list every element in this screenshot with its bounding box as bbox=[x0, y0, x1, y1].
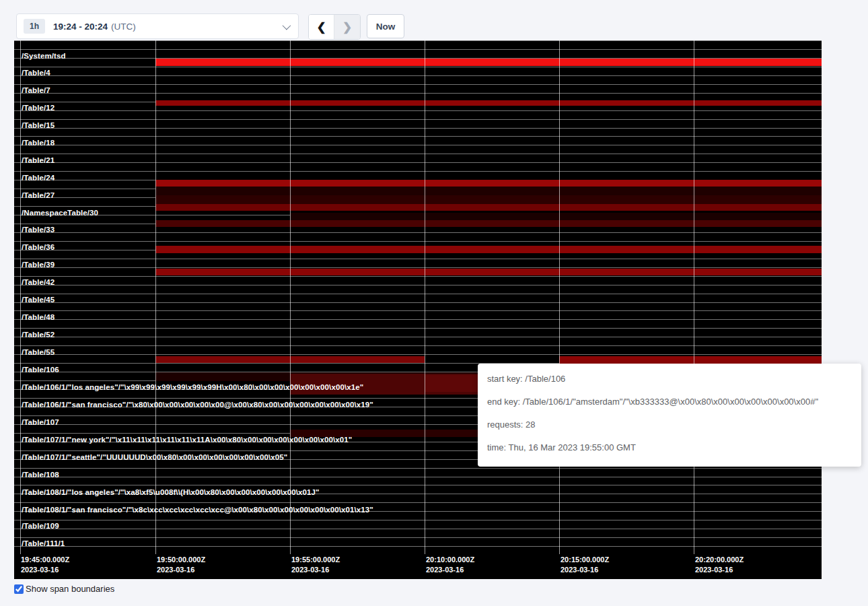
x-axis-tick: 20:15:00.000Z2023-03-16 bbox=[560, 555, 609, 575]
heat-band[interactable] bbox=[155, 59, 822, 66]
tooltip-end-key: end key: /Table/106/1/"amsterdam"/"\xb33… bbox=[487, 395, 855, 409]
tick-date: 2023-03-16 bbox=[157, 565, 205, 575]
row-label: /Table/108/1/"los angeles"/"\xa8\xf5\u00… bbox=[22, 488, 320, 497]
heat-band[interactable] bbox=[559, 356, 822, 364]
row-label: /Table/42 bbox=[22, 278, 55, 287]
row-label: /Table/39 bbox=[22, 261, 55, 269]
heat-band[interactable] bbox=[425, 375, 478, 392]
heat-band[interactable] bbox=[155, 100, 822, 106]
tick-time: 20:15:00.000Z bbox=[560, 555, 609, 565]
vertical-gridline bbox=[425, 40, 425, 554]
row-label: /Table/15 bbox=[22, 121, 55, 130]
vertical-gridline bbox=[155, 40, 156, 554]
chevron-right-icon: ❯ bbox=[342, 20, 352, 34]
x-axis-tick: 20:20:00.000Z2023-03-16 bbox=[695, 555, 744, 575]
tooltip-requests: requests: 28 bbox=[487, 418, 855, 432]
row-label: /Table/107/1/"new york"/"\x11\x11\x11\x1… bbox=[22, 436, 352, 444]
tick-time: 20:10:00.000Z bbox=[426, 555, 474, 565]
row-label: /Table/24 bbox=[22, 174, 55, 182]
x-axis-tick: 19:45:00.000Z2023-03-16 bbox=[21, 555, 69, 575]
tick-time: 19:55:00.000Z bbox=[291, 555, 340, 565]
tick-time: 19:45:00.000Z bbox=[21, 555, 69, 565]
row-label: /Table/107 bbox=[22, 418, 59, 427]
time-range-select[interactable]: 1h 19:24 - 20:24 (UTC) bbox=[16, 13, 299, 39]
row-label: /NamespaceTable/30 bbox=[22, 209, 98, 217]
heat-band[interactable] bbox=[155, 180, 822, 187]
row-label: /Table/7 bbox=[22, 86, 50, 95]
time-nav-group: ❮ ❯ bbox=[308, 14, 361, 40]
row-label: /Table/27 bbox=[22, 191, 55, 200]
next-range-button[interactable]: ❯ bbox=[334, 15, 360, 39]
heat-band[interactable] bbox=[155, 246, 822, 253]
row-label: /Table/107/1/"seattle"/"UUUUUUD\x00\x80\… bbox=[22, 453, 287, 462]
row-label: /Table/45 bbox=[22, 296, 55, 304]
show-span-boundaries-checkbox[interactable] bbox=[14, 584, 24, 594]
tick-date: 2023-03-16 bbox=[21, 565, 69, 575]
heat-band[interactable] bbox=[290, 213, 822, 220]
row-label: /System/tsd bbox=[22, 52, 66, 61]
row-label: /Table/33 bbox=[22, 226, 55, 234]
vertical-gridline bbox=[20, 40, 21, 554]
row-label: /Table/21 bbox=[22, 156, 55, 165]
time-range-label: 19:24 - 20:24 bbox=[53, 22, 108, 32]
row-label: /Table/4 bbox=[22, 69, 50, 77]
x-axis-tick: 19:50:00.000Z2023-03-16 bbox=[157, 555, 205, 575]
heat-band[interactable] bbox=[155, 187, 822, 195]
row-label: /Table/106/1/"san francisco"/"\x80\x00\x… bbox=[22, 401, 373, 409]
heat-band[interactable] bbox=[155, 204, 822, 211]
row-label: /Table/108/1/"san francisco"/"\x8c\xcc\x… bbox=[22, 506, 373, 514]
vertical-gridline bbox=[694, 40, 694, 554]
chevron-left-icon: ❮ bbox=[316, 20, 326, 34]
prev-range-button[interactable]: ❮ bbox=[309, 15, 334, 39]
row-label: /Table/18 bbox=[22, 139, 55, 147]
x-axis-tick: 20:10:00.000Z2023-03-16 bbox=[426, 555, 474, 575]
x-axis-tick: 19:55:00.000Z2023-03-16 bbox=[291, 555, 340, 575]
chevron-down-icon bbox=[283, 21, 291, 30]
range-duration-badge: 1h bbox=[24, 19, 45, 34]
row-label: /Table/108 bbox=[22, 471, 59, 479]
row-label: /Table/12 bbox=[22, 104, 55, 112]
heat-band[interactable] bbox=[155, 269, 822, 275]
time-zone-label: (UTC) bbox=[111, 22, 136, 32]
show-span-boundaries-label: Show span boundaries bbox=[26, 584, 114, 594]
tick-date: 2023-03-16 bbox=[560, 565, 609, 575]
row-label: /Table/52 bbox=[22, 331, 55, 339]
plot-area[interactable]: /System/tsd/Table/4/Table/7/Table/12/Tab… bbox=[14, 40, 822, 554]
row-label: /Table/106/1/"los angeles"/"\x99\x99\x99… bbox=[22, 383, 363, 392]
tick-date: 2023-03-16 bbox=[695, 565, 744, 575]
row-label: /Table/106 bbox=[22, 366, 59, 374]
vertical-gridline bbox=[290, 40, 291, 554]
row-label: /Table/48 bbox=[22, 313, 55, 322]
span-tooltip: start key: /Table/106 end key: /Table/10… bbox=[478, 364, 861, 467]
row-label: /Table/111/1 bbox=[22, 539, 65, 548]
row-label: /Table/36 bbox=[22, 243, 55, 252]
tick-date: 2023-03-16 bbox=[426, 565, 474, 575]
heat-band[interactable] bbox=[155, 220, 822, 227]
tick-time: 20:20:00.000Z bbox=[695, 555, 744, 565]
tick-time: 19:50:00.000Z bbox=[157, 555, 205, 565]
row-label: /Table/109 bbox=[22, 522, 59, 531]
heat-band[interactable] bbox=[155, 195, 822, 204]
tooltip-time: time: Thu, 16 Mar 2023 19:55:00 GMT bbox=[487, 441, 855, 454]
now-button[interactable]: Now bbox=[367, 14, 404, 38]
tick-date: 2023-03-16 bbox=[291, 565, 340, 575]
vertical-gridline bbox=[559, 40, 560, 554]
key-visualizer-canvas[interactable]: /System/tsd/Table/4/Table/7/Table/12/Tab… bbox=[14, 40, 822, 579]
footer-controls: Show span boundaries bbox=[14, 584, 114, 594]
tooltip-start-key: start key: /Table/106 bbox=[487, 372, 855, 386]
row-label: /Table/55 bbox=[22, 348, 55, 357]
